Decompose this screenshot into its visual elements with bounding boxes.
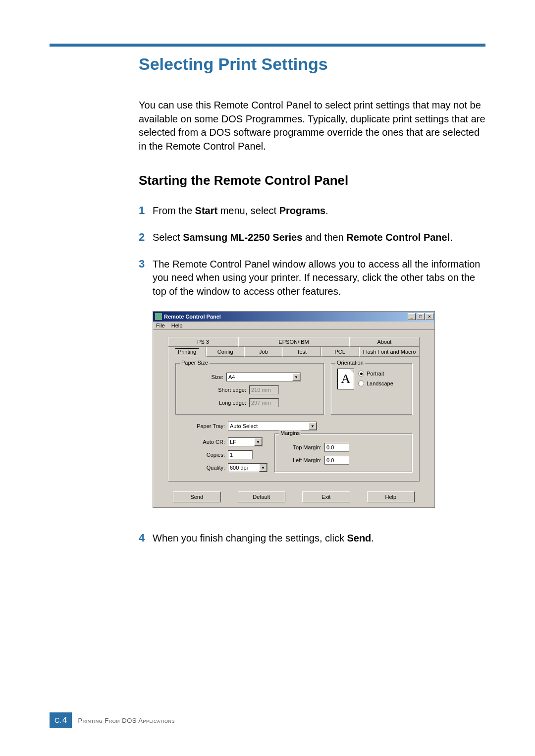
tab-epson-ibm[interactable]: EPSON/IBM <box>238 337 349 347</box>
step-number: 2 <box>139 231 153 245</box>
menu-bar: File Help <box>153 322 434 330</box>
tab-row-top: PS 3 EPSON/IBM About <box>168 337 420 347</box>
step-text: The Remote Control Panel window allows y… <box>153 258 485 299</box>
tab-flash-font[interactable]: Flash Font and Macro <box>359 347 420 357</box>
label-left-margin: Left Margin: <box>281 457 321 463</box>
radio-icon <box>358 371 364 377</box>
fieldset-paper-size: Paper Size Size: A4 ▼ Short edge: 210 mm <box>175 363 324 415</box>
radio-landscape[interactable]: Landscape <box>358 380 393 386</box>
footer-section-title: Printing From DOS Applications <box>78 717 174 724</box>
title-bar[interactable]: Remote Control Panel _ □ × <box>153 312 434 322</box>
tab-panel-printing: Paper Size Size: A4 ▼ Short edge: 210 mm <box>168 356 420 482</box>
tab-about[interactable]: About <box>349 337 420 347</box>
dropdown-arrow-icon: ▼ <box>259 464 267 472</box>
step-number: 1 <box>139 204 153 218</box>
app-icon <box>155 313 162 320</box>
top-margin-input[interactable]: 0.0 <box>324 443 349 452</box>
step-3: 3 The Remote Control Panel window allows… <box>139 258 485 299</box>
fieldset-margins: Margins Top Margin: 0.0 Left Margin: 0.0 <box>274 433 412 472</box>
tab-test[interactable]: Test <box>282 347 321 357</box>
rcp-window: Remote Control Panel _ □ × File Help PS … <box>153 311 435 508</box>
label-auto-cr: Auto CR: <box>175 439 225 445</box>
orientation-preview-icon: A <box>337 369 354 389</box>
radio-portrait[interactable]: Portrait <box>358 371 393 377</box>
minimize-button[interactable]: _ <box>408 313 416 320</box>
menu-help[interactable]: Help <box>171 323 183 328</box>
label-paper-tray: Paper Tray: <box>175 423 225 429</box>
step-2: 2 Select Samsung ML-2250 Series and then… <box>139 231 485 245</box>
long-edge-input: 297 mm <box>249 398 279 407</box>
step-text: From the Start menu, select Programs. <box>153 204 485 218</box>
step-number: 4 <box>139 532 153 545</box>
fieldset-orientation: Orientation A Portrait Landscape <box>331 363 412 415</box>
legend-paper-size: Paper Size <box>180 360 210 366</box>
top-rule <box>50 44 485 47</box>
button-row: Send Default Exit Help <box>168 491 420 502</box>
tab-row-bottom: Printing Config Job Test PCL Flash Font … <box>168 347 420 357</box>
page-footer: C.4 Printing From DOS Applications <box>50 712 175 728</box>
label-long-edge: Long edge: <box>182 400 246 406</box>
tab-config[interactable]: Config <box>206 347 244 357</box>
label-short-edge: Short edge: <box>182 387 246 393</box>
label-copies: Copies: <box>175 452 225 458</box>
size-select[interactable]: A4 ▼ <box>226 373 301 381</box>
step-text: Select Samsung ML-2250 Series and then R… <box>153 231 485 245</box>
section-subtitle: Starting the Remote Control Panel <box>139 173 485 188</box>
menu-file[interactable]: File <box>156 323 165 328</box>
step-4: 4 When you finish changing the settings,… <box>139 532 485 545</box>
page-title: Selecting Print Settings <box>139 54 485 74</box>
maximize-button[interactable]: □ <box>417 313 425 320</box>
tab-printing[interactable]: Printing <box>168 347 206 357</box>
radio-icon <box>358 380 364 386</box>
legend-margins: Margins <box>279 430 301 436</box>
quality-select[interactable]: 600 dpi ▼ <box>228 463 268 472</box>
default-button[interactable]: Default <box>238 491 286 502</box>
label-size: Size: <box>182 374 223 380</box>
step-number: 3 <box>139 258 153 299</box>
page-content: Selecting Print Settings You can use thi… <box>139 54 485 545</box>
legend-orientation: Orientation <box>335 360 365 366</box>
tab-ps3[interactable]: PS 3 <box>168 337 238 347</box>
help-button[interactable]: Help <box>367 491 415 502</box>
window-title: Remote Control Panel <box>164 314 221 320</box>
copies-input[interactable]: 1 <box>228 450 253 459</box>
dropdown-arrow-icon: ▼ <box>292 373 300 381</box>
left-margin-input[interactable]: 0.0 <box>324 456 349 465</box>
short-edge-input: 210 mm <box>249 385 279 394</box>
dropdown-arrow-icon: ▼ <box>309 422 317 430</box>
tab-job[interactable]: Job <box>244 347 282 357</box>
intro-paragraph: You can use this Remote Control Panel to… <box>139 99 485 153</box>
page-number-badge: C.4 <box>50 712 72 728</box>
label-top-margin: Top Margin: <box>281 444 321 450</box>
tab-pcl[interactable]: PCL <box>321 347 359 357</box>
auto-cr-select[interactable]: LF ▼ <box>228 437 263 446</box>
close-button[interactable]: × <box>426 313 433 320</box>
exit-button[interactable]: Exit <box>302 491 350 502</box>
dropdown-arrow-icon: ▼ <box>254 438 262 446</box>
paper-tray-select[interactable]: Auto Select ▼ <box>228 422 317 431</box>
label-quality: Quality: <box>175 465 225 471</box>
send-button[interactable]: Send <box>173 491 221 502</box>
step-text: When you finish changing the settings, c… <box>153 532 485 545</box>
step-1: 1 From the Start menu, select Programs. <box>139 204 485 218</box>
